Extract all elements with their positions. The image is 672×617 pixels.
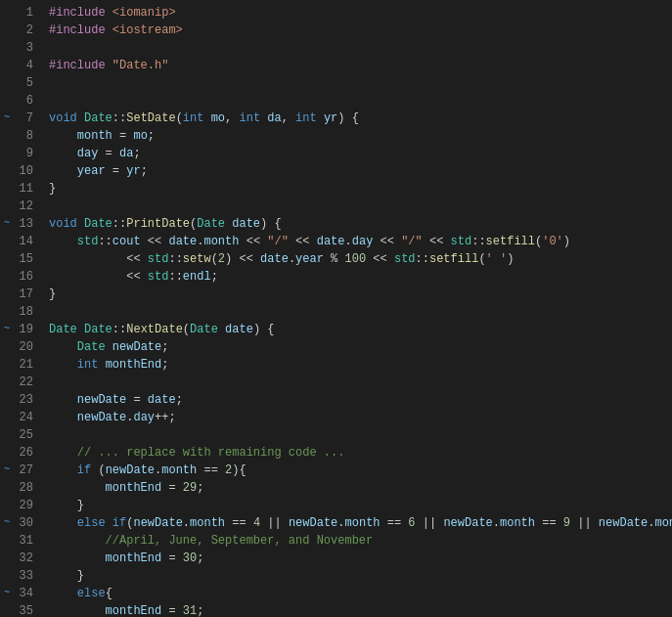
line-code: else if(newDate.month == 4 || newDate.mo… bbox=[41, 514, 672, 532]
line-code: << std::setw(2) << date.year % 100 << st… bbox=[41, 250, 514, 268]
gutter-arrow bbox=[0, 444, 14, 462]
line-number: 11 bbox=[14, 180, 41, 198]
gutter-arrow bbox=[0, 374, 14, 391]
table-row: 21 int monthEnd; bbox=[0, 356, 672, 374]
line-code: monthEnd = 29; bbox=[41, 479, 203, 497]
line-code: newDate = date; bbox=[41, 391, 183, 409]
line-code: // ... replace with remaining code ... bbox=[41, 444, 344, 462]
table-row: ~27 if (newDate.month == 2){ bbox=[0, 462, 672, 479]
line-number: 16 bbox=[14, 268, 41, 286]
table-row: ~30 else if(newDate.month == 4 || newDat… bbox=[0, 514, 672, 532]
gutter-arrow: ~ bbox=[0, 321, 14, 338]
line-number: 23 bbox=[14, 391, 41, 409]
gutter-arrow: ~ bbox=[0, 585, 14, 602]
table-row: 31 //April, June, September, and Novembe… bbox=[0, 532, 672, 550]
gutter-arrow bbox=[0, 497, 14, 514]
line-number: 22 bbox=[14, 374, 41, 391]
line-code: #include <iostream> bbox=[41, 22, 183, 39]
table-row: 22 bbox=[0, 374, 672, 391]
line-code bbox=[41, 92, 49, 110]
line-number: 5 bbox=[14, 74, 41, 92]
gutter-arrow bbox=[0, 268, 14, 286]
line-number: 27 bbox=[14, 462, 41, 479]
line-number: 19 bbox=[14, 321, 41, 338]
line-code: << std::endl; bbox=[41, 268, 218, 286]
line-number: 31 bbox=[14, 532, 41, 550]
line-number: 29 bbox=[14, 497, 41, 514]
line-code: } bbox=[41, 567, 84, 585]
line-number: 26 bbox=[14, 444, 41, 462]
line-code: Date Date::NextDate(Date date) { bbox=[41, 321, 274, 338]
line-code: newDate.day++; bbox=[41, 409, 176, 426]
gutter-arrow bbox=[0, 22, 14, 39]
line-number: 20 bbox=[14, 338, 41, 356]
gutter-arrow bbox=[0, 39, 14, 57]
line-code bbox=[41, 426, 49, 444]
table-row: 25 bbox=[0, 426, 672, 444]
line-number: 17 bbox=[14, 286, 41, 303]
gutter-arrow bbox=[0, 74, 14, 92]
line-number: 33 bbox=[14, 567, 41, 585]
line-code bbox=[41, 303, 49, 321]
table-row: 29 } bbox=[0, 497, 672, 514]
line-code: monthEnd = 30; bbox=[41, 550, 203, 567]
table-row: ~19Date Date::NextDate(Date date) { bbox=[0, 321, 672, 338]
gutter-arrow bbox=[0, 567, 14, 585]
line-code: } bbox=[41, 180, 56, 198]
gutter-arrow bbox=[0, 550, 14, 567]
line-number: 32 bbox=[14, 550, 41, 567]
gutter-arrow bbox=[0, 426, 14, 444]
gutter-arrow bbox=[0, 4, 14, 22]
line-number: 21 bbox=[14, 356, 41, 374]
table-row: 4#include "Date.h" bbox=[0, 57, 672, 74]
gutter-arrow bbox=[0, 338, 14, 356]
line-number: 12 bbox=[14, 198, 41, 215]
table-row: 17} bbox=[0, 286, 672, 303]
table-row: ~7void Date::SetDate(int mo, int da, int… bbox=[0, 110, 672, 127]
line-code bbox=[41, 374, 49, 391]
table-row: 5 bbox=[0, 74, 672, 92]
line-number: 18 bbox=[14, 303, 41, 321]
line-code bbox=[41, 39, 49, 57]
gutter-arrow bbox=[0, 409, 14, 426]
gutter-arrow: ~ bbox=[0, 462, 14, 479]
table-row: 1#include <iomanip> bbox=[0, 4, 672, 22]
gutter-arrow bbox=[0, 602, 14, 617]
table-row: 6 bbox=[0, 92, 672, 110]
line-number: 1 bbox=[14, 4, 41, 22]
table-row: 11} bbox=[0, 180, 672, 198]
line-code: } bbox=[41, 497, 84, 514]
line-code: year = yr; bbox=[41, 162, 148, 180]
table-row: 10 year = yr; bbox=[0, 162, 672, 180]
gutter-arrow bbox=[0, 356, 14, 374]
line-number: 34 bbox=[14, 585, 41, 602]
line-code bbox=[41, 74, 49, 92]
line-code: month = mo; bbox=[41, 127, 155, 145]
gutter-arrow bbox=[0, 57, 14, 74]
line-code: } bbox=[41, 286, 56, 303]
line-number: 13 bbox=[14, 215, 41, 233]
table-row: 9 day = da; bbox=[0, 145, 672, 162]
line-code: int monthEnd; bbox=[41, 356, 168, 374]
gutter-arrow bbox=[0, 286, 14, 303]
table-row: 14 std::cout << date.month << "/" << dat… bbox=[0, 233, 672, 250]
line-number: 6 bbox=[14, 92, 41, 110]
table-row: 2#include <iostream> bbox=[0, 22, 672, 39]
line-code: void Date::SetDate(int mo, int da, int y… bbox=[41, 110, 359, 127]
line-number: 24 bbox=[14, 409, 41, 426]
gutter-arrow bbox=[0, 162, 14, 180]
line-number: 28 bbox=[14, 479, 41, 497]
table-row: ~34 else{ bbox=[0, 585, 672, 602]
table-row: 12 bbox=[0, 198, 672, 215]
line-code bbox=[41, 198, 49, 215]
table-row: 24 newDate.day++; bbox=[0, 409, 672, 426]
line-number: 4 bbox=[14, 57, 41, 74]
gutter-arrow bbox=[0, 198, 14, 215]
line-number: 3 bbox=[14, 39, 41, 57]
line-code: if (newDate.month == 2){ bbox=[41, 462, 246, 479]
gutter-arrow bbox=[0, 532, 14, 550]
line-code: monthEnd = 31; bbox=[41, 602, 203, 617]
gutter-arrow: ~ bbox=[0, 514, 14, 532]
line-code: #include <iomanip> bbox=[41, 4, 176, 22]
gutter-arrow bbox=[0, 303, 14, 321]
